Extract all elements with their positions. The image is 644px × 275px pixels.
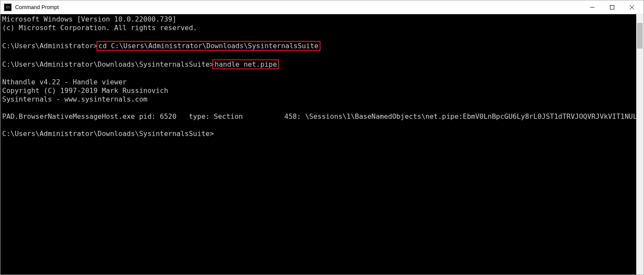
cmd-icon: C:\ <box>4 3 12 11</box>
output-line <box>2 51 636 59</box>
vertical-scrollbar[interactable] <box>636 14 644 275</box>
window-title: Command Prompt <box>15 4 582 10</box>
highlighted-command-cd: cd C:\Users\Administrator\Downloads\Sysi… <box>96 41 321 51</box>
output-line: (c) Microsoft Corporation. All rights re… <box>2 24 636 32</box>
output-line: PAD.BrowserNativeMessageHost.exe pid: 65… <box>2 112 636 121</box>
maximize-button[interactable] <box>602 0 622 14</box>
terminal-output[interactable]: Microsoft Windows [Version 10.0.22000.73… <box>0 14 636 275</box>
svg-rect-1 <box>610 6 614 9</box>
window-controls <box>582 0 642 14</box>
titlebar[interactable]: C:\ Command Prompt <box>0 0 644 14</box>
output-line: Copyright (C) 1997-2019 Mark Russinovich <box>2 87 636 95</box>
minimize-icon <box>590 5 594 9</box>
content-area: Microsoft Windows [Version 10.0.22000.73… <box>0 14 644 275</box>
minimize-button[interactable] <box>582 0 602 14</box>
output-line: Microsoft Windows [Version 10.0.22000.73… <box>2 15 636 24</box>
output-line <box>2 104 636 112</box>
prompt-line: C:\Users\Administrator>cd C:\Users\Admin… <box>2 41 636 51</box>
output-line <box>2 69 636 78</box>
output-line: Sysinternals - www.sysinternals.com <box>2 95 636 104</box>
close-button[interactable] <box>622 0 642 14</box>
output-line <box>2 121 636 130</box>
maximize-icon <box>610 5 614 9</box>
prompt-path: C:\Users\Administrator\Downloads\Sysinte… <box>2 60 214 68</box>
prompt-path: C:\Users\Administrator> <box>2 42 98 50</box>
prompt-line: C:\Users\Administrator\Downloads\Sysinte… <box>2 130 636 138</box>
scrollbar-thumb[interactable] <box>637 23 643 49</box>
command-prompt-window: C:\ Command Prompt Microsoft Windows [Ve… <box>0 0 644 275</box>
prompt-line: C:\Users\Administrator\Downloads\Sysinte… <box>2 59 636 69</box>
highlighted-command-handle: handle net.pipe <box>212 59 279 69</box>
output-line: Nthandle v4.22 - Handle viewer <box>2 78 636 87</box>
cmd-icon-glyph: C:\ <box>6 6 9 9</box>
output-line <box>2 32 636 41</box>
close-icon <box>630 5 634 9</box>
